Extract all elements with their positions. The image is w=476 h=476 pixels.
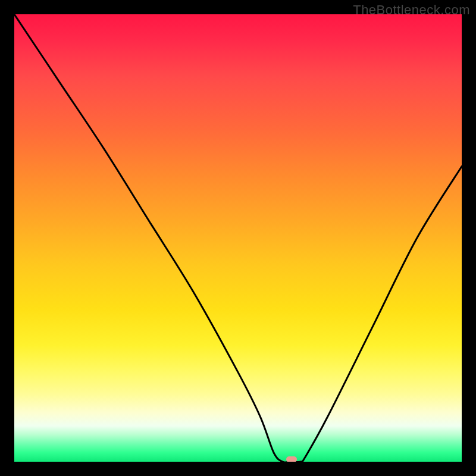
watermark-text: TheBottleneck.com (353, 2, 470, 18)
optimal-marker (286, 456, 297, 462)
chart-frame: TheBottleneck.com (0, 0, 476, 476)
plot-area (14, 14, 462, 462)
bottleneck-curve (14, 14, 462, 462)
